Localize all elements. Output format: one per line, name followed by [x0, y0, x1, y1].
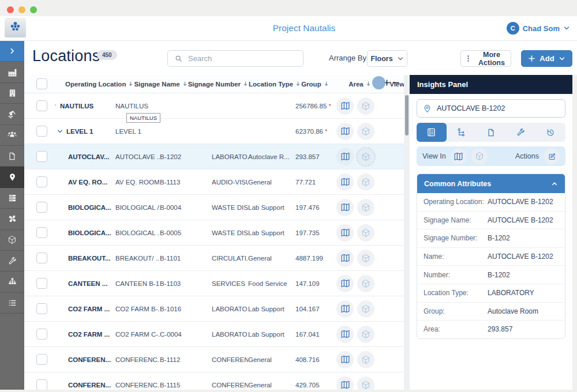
view-in-3d-button[interactable] [357, 148, 374, 165]
table-row[interactable]: AUTOCLAV... AUTOCLAVE ... B-1202 LABORAT… [24, 144, 404, 169]
view-in-3d-button[interactable] [357, 97, 374, 115]
table-scrollbar[interactable] [404, 75, 410, 392]
column-header-operating-location[interactable]: Operating Location [65, 81, 134, 88]
view-in-3d-button[interactable] [357, 123, 374, 140]
row-checkbox[interactable] [36, 329, 47, 340]
row-checkbox[interactable] [36, 303, 47, 314]
row-checkbox[interactable] [36, 151, 47, 162]
row-checkbox[interactable] [36, 202, 47, 213]
table-row[interactable]: CONFEREN... CONFERENC... B-1112 CONFEREN… [24, 347, 404, 372]
sort-descending-icon[interactable] [323, 81, 329, 87]
scrollbar-thumb[interactable] [405, 95, 409, 135]
row-checkbox[interactable] [36, 176, 47, 187]
window-zoom-button[interactable] [30, 6, 37, 13]
row-checkbox[interactable] [36, 379, 47, 390]
sidebar-item-construction[interactable] [0, 104, 24, 125]
sidebar-item-systems[interactable] [0, 209, 24, 229]
row-checkbox[interactable] [36, 278, 47, 289]
select-all-checkbox[interactable] [36, 78, 47, 89]
table-row[interactable]: BIOLOGICA... BIOLOGICAL ... B-0005 WASTE… [24, 220, 404, 246]
sort-descending-icon[interactable] [242, 81, 249, 87]
table-row[interactable]: NAUTILUS NAUTILUS 256786.85* [24, 93, 404, 119]
view-in-3d-button[interactable] [357, 224, 374, 242]
expand-chevron-icon[interactable] [57, 128, 63, 135]
view-in-map-button[interactable] [336, 275, 354, 292]
sidebar-item-hierarchy[interactable] [0, 272, 24, 292]
sort-descending-icon[interactable] [128, 81, 134, 87]
view-in-map-button[interactable] [336, 300, 354, 318]
column-header-group[interactable]: Group [301, 81, 349, 88]
sidebar-item-tools[interactable] [0, 251, 24, 272]
column-header-signage-number[interactable]: Signage Number [188, 81, 249, 88]
expand-chevron-icon[interactable] [55, 103, 57, 110]
view-in-map-button[interactable] [336, 326, 354, 343]
sidebar-item-people[interactable] [0, 125, 24, 146]
view-in-map-button[interactable] [336, 123, 354, 140]
insights-tab-details[interactable] [417, 123, 447, 142]
view-in-map-button[interactable] [336, 351, 354, 368]
insights-tab-history[interactable] [535, 123, 565, 142]
view-in-map-button[interactable] [336, 199, 354, 216]
view-in-map-button[interactable] [336, 250, 354, 267]
row-checkbox[interactable] [36, 126, 47, 137]
table-row[interactable]: CO2 FARM ... CO2 FARM B-... B-1016 LABOR… [24, 296, 404, 322]
window-minimize-button[interactable] [18, 6, 25, 13]
view-in-3d-button[interactable] [357, 174, 374, 191]
table-row[interactable]: AV EQ. RO... AV EQ. ROOM... B-1113 AUDIO… [24, 169, 404, 195]
row-checkbox[interactable] [36, 227, 47, 238]
sidebar-item-locations[interactable] [0, 167, 24, 187]
insights-tab-tree[interactable] [447, 123, 477, 142]
search-input[interactable] [187, 54, 282, 63]
sidebar-item-assets[interactable] [0, 188, 24, 209]
sidebar-item-models[interactable] [0, 230, 24, 251]
more-actions-button[interactable]: More Actions [460, 50, 511, 67]
view-in-map-button[interactable] [336, 174, 354, 191]
insights-tab-tools[interactable] [506, 123, 536, 142]
sidebar-item-lists[interactable] [0, 293, 24, 314]
window-close-button[interactable] [7, 6, 14, 13]
view-in-map-button[interactable] [451, 148, 467, 164]
view-in-map-button[interactable] [336, 376, 354, 391]
search-box[interactable] [167, 50, 304, 67]
app-logo-icon[interactable] [5, 18, 26, 37]
collapse-all-icon[interactable] [392, 79, 400, 88]
selected-location-chip[interactable]: AUTOCLAVE B-1202 [417, 99, 565, 118]
view-in-map-button[interactable] [336, 224, 354, 242]
view-in-3d-button[interactable] [357, 376, 374, 391]
expand-all-icon[interactable] [383, 79, 391, 88]
column-header-location-type[interactable]: Location Type [249, 81, 301, 88]
view-in-3d-button[interactable] [357, 275, 374, 292]
view-in-3d-button[interactable] [357, 199, 374, 216]
add-button[interactable]: Add [521, 50, 572, 67]
table-row[interactable]: CANTEEN ... CANTEEN B-1... B-1103 SERVIC… [24, 271, 404, 296]
view-in-3d-button[interactable] [471, 148, 488, 164]
arrange-by-dropdown[interactable]: Floors [367, 50, 407, 67]
collapse-chevron-icon[interactable] [551, 180, 558, 187]
insights-tab-document[interactable] [476, 123, 506, 142]
table-row[interactable]: BREAKOUT... BREAKOUT/ ... B-1101 CIRCULA… [24, 246, 404, 271]
view-in-3d-button[interactable] [357, 351, 374, 368]
sidebar-item-building[interactable] [0, 83, 24, 104]
sidebar-item-factory[interactable] [0, 62, 24, 82]
sort-descending-icon[interactable] [182, 81, 188, 87]
view-in-map-button[interactable] [336, 97, 354, 115]
sidebar-item-expand-panel[interactable] [0, 41, 24, 62]
view-in-map-button[interactable] [336, 148, 354, 165]
sidebar-item-documents[interactable] [0, 146, 24, 167]
column-header-signage-name[interactable]: Signage Name [134, 81, 188, 88]
view-in-3d-button[interactable] [357, 300, 374, 318]
sort-descending-icon[interactable] [365, 81, 372, 87]
common-attributes-header[interactable]: Common Attributes [417, 174, 565, 193]
view-in-3d-button[interactable] [357, 250, 374, 267]
edit-actions-button[interactable] [544, 148, 560, 164]
user-menu[interactable]: C Chad Som [507, 22, 570, 35]
row-checkbox[interactable] [36, 354, 47, 365]
row-checkbox[interactable] [36, 100, 47, 111]
table-row[interactable]: CO2 FARM ... CO2 FARM C-... C-0004 LABOR… [24, 322, 404, 347]
table-row[interactable]: CONFEREN... CONFERENC... B-1115 CONFEREN… [24, 372, 404, 390]
table-row[interactable]: LEVEL 1 LEVEL 1 62370.86* [24, 119, 404, 144]
sort-descending-icon[interactable] [295, 81, 301, 87]
table-row[interactable]: BIOLOGICA... BIOLOGICAL /... B-0004 WAST… [24, 195, 404, 220]
view-in-3d-button[interactable] [357, 326, 374, 343]
row-checkbox[interactable] [36, 252, 47, 263]
